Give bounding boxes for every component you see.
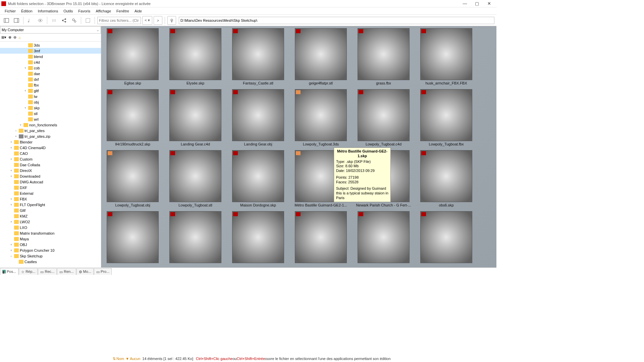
thumbnail[interactable]: Lowpoly_Tugboat.fbx: [417, 89, 476, 146]
forward-button[interactable]: >: [154, 16, 162, 25]
tree-item[interactable]: +Blender: [0, 139, 101, 145]
tree-item[interactable]: −Skp Sketchup: [0, 253, 101, 259]
thumbnail[interactable]: husk_armchair_FBX.FBX: [417, 28, 476, 85]
tree-item[interactable]: fbx: [0, 82, 101, 88]
thumbnail[interactable]: Lowpoly_Tugboat.c4d: [354, 89, 413, 146]
thumbnail[interactable]: Maison Dordogne.skp: [229, 150, 287, 207]
menu-favoris[interactable]: Favoris: [75, 8, 93, 14]
tree-item[interactable]: CAO: [0, 150, 101, 156]
path-bar[interactable]: D:\Manu\Dev Ressources\Mesh\Skp Sketchup…: [179, 17, 494, 24]
window-controls: — ▢ ✕: [459, 1, 495, 6]
tree-item[interactable]: 3ds: [0, 42, 101, 48]
tree-item[interactable]: c4d: [0, 59, 101, 65]
tree-item[interactable]: DWG Autocad: [0, 179, 101, 185]
minimize-button[interactable]: —: [459, 1, 471, 6]
menu-outils[interactable]: Outils: [61, 8, 75, 14]
menu-fichier[interactable]: Fichier: [2, 8, 18, 14]
panel2-icon[interactable]: [12, 16, 21, 25]
tree-item[interactable]: +FBX: [0, 196, 101, 202]
select-icon[interactable]: [84, 16, 92, 25]
tree-item[interactable]: KMZ: [0, 213, 101, 219]
tab-pos[interactable]: ◧Pos...: [0, 268, 18, 275]
tree-item[interactable]: Castles: [0, 259, 101, 264]
filter-input[interactable]: [97, 17, 141, 24]
thumbnail[interactable]: obs6.skp: [417, 150, 476, 207]
tree-item[interactable]: wrl: [0, 116, 101, 122]
thumbnail[interactable]: Eglise.skp: [103, 28, 162, 85]
expand-icon[interactable]: ⊕: [8, 35, 11, 40]
share-icon[interactable]: [60, 16, 68, 25]
tree-item[interactable]: +OBJ: [0, 242, 101, 247]
thumbnail[interactable]: Landing Gear.c4d: [166, 89, 225, 146]
menu-fenetre[interactable]: Fenêtre: [114, 8, 132, 14]
menu-affichage[interactable]: Affichage: [93, 8, 114, 14]
folder-tree[interactable]: 3ds3mfblendc4d+cobdaedxffbx+gltflwobj+sk…: [0, 42, 101, 267]
thumbnail[interactable]: Lowpoly_Tugboat.stl: [166, 150, 225, 207]
thumbnail[interactable]: Elysée.skp: [166, 28, 225, 85]
thumbnail[interactable]: Landing Gear.obj: [229, 89, 287, 146]
home-icon[interactable]: ⌂: [18, 36, 21, 40]
menu-edition[interactable]: Édition: [18, 8, 35, 14]
music-icon[interactable]: [26, 16, 35, 25]
panel1-icon[interactable]: [2, 16, 11, 25]
maximize-button[interactable]: ▢: [471, 1, 483, 6]
tree-item[interactable]: +DirectX: [0, 168, 101, 173]
up-button[interactable]: [167, 16, 176, 25]
tree-item[interactable]: +gltf: [0, 88, 101, 94]
tree-item[interactable]: lw: [0, 94, 101, 99]
dropdown-icon[interactable]: ⌄: [96, 28, 99, 32]
thumbnail[interactable]: geige4flatpr.stl: [291, 28, 350, 85]
sidebar-header[interactable]: My Computer ⌄: [0, 26, 101, 34]
tab-ren[interactable]: ▭Ren...: [57, 268, 76, 275]
tree-item[interactable]: −tri_par_sites: [0, 128, 101, 133]
tree-item[interactable]: Maya: [0, 236, 101, 242]
bars-icon[interactable]: [50, 16, 58, 25]
thumbnail[interactable]: [166, 211, 225, 264]
tree-item[interactable]: +tri_par_sites.zip: [0, 133, 101, 139]
tree-item[interactable]: +C4D Cinema4D: [0, 145, 101, 150]
menu-aide[interactable]: Aide: [132, 8, 145, 14]
tree-item[interactable]: 3mf: [0, 48, 101, 54]
tree-item[interactable]: obj: [0, 99, 101, 105]
tab-mo[interactable]: ⚙Mo...: [76, 268, 94, 275]
tree-item[interactable]: DXF: [0, 185, 101, 190]
tree-item[interactable]: +Polygon Cruncher 10: [0, 247, 101, 253]
thumbnail[interactable]: [291, 211, 350, 264]
thumbnail[interactable]: [417, 211, 476, 264]
tree-item[interactable]: +FLT OpenFlight: [0, 202, 101, 207]
tree-item[interactable]: Gltf: [0, 207, 101, 213]
tree-item[interactable]: dae: [0, 71, 101, 76]
gears-icon[interactable]: [70, 16, 78, 25]
tree-item[interactable]: +LWO2: [0, 219, 101, 225]
tree-item[interactable]: LXO: [0, 225, 101, 230]
thumbnail[interactable]: [229, 211, 287, 264]
collapse-icon[interactable]: ⊖: [13, 35, 16, 40]
tab-pro[interactable]: ▭Pro...: [94, 268, 112, 275]
tree-item[interactable]: +cob: [0, 65, 101, 71]
thumbnail[interactable]: grass.fbx: [354, 28, 413, 85]
tree-item[interactable]: +Custom: [0, 156, 101, 162]
thumbnail[interactable]: IHr190mudtruck2.skp: [103, 89, 162, 146]
thumbnail[interactable]: [103, 211, 162, 264]
thumbnail[interactable]: Lowpoly_Tugboat.obj: [103, 150, 162, 207]
tree-item[interactable]: +non_fonctionnels: [0, 122, 101, 128]
tree-item[interactable]: Dae Collada: [0, 162, 101, 168]
menu-informations[interactable]: Informations: [35, 8, 61, 14]
thumbnail[interactable]: [354, 211, 413, 264]
tree-item[interactable]: +skp: [0, 105, 101, 111]
tree-view-icon[interactable]: ⊞▾: [1, 35, 6, 40]
tree-item[interactable]: Matrix transformation: [0, 230, 101, 236]
tree-item[interactable]: stl: [0, 111, 101, 116]
tree-item[interactable]: dxf: [0, 76, 101, 82]
tree-item[interactable]: External: [0, 190, 101, 196]
tab-rep[interactable]: ☆Rép...: [19, 268, 38, 275]
close-button[interactable]: ✕: [483, 1, 495, 6]
thumbnail[interactable]: Fantasy_Castle.stl: [229, 28, 287, 85]
back-button[interactable]: < ▾: [142, 16, 152, 25]
thumbnail-area[interactable]: Eglise.skpElysée.skpFantasy_Castle.stlge…: [101, 26, 496, 267]
thumbnail[interactable]: Lowpoly_Tugboat.3ds: [291, 89, 350, 146]
tab-rec[interactable]: ▭Rec...: [38, 268, 57, 275]
eye-icon[interactable]: [36, 16, 45, 25]
tree-item[interactable]: +Downloaded: [0, 173, 101, 179]
tree-item[interactable]: blend: [0, 54, 101, 59]
